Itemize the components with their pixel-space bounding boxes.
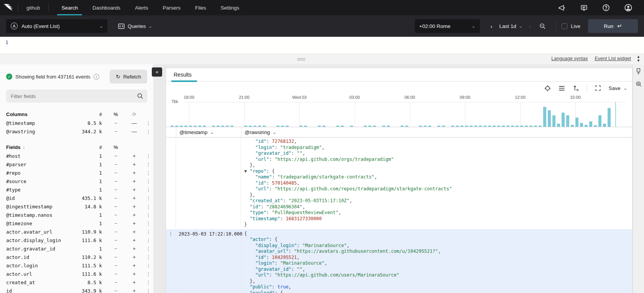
live-checkbox[interactable] — [562, 23, 567, 29]
histogram-bar[interactable] — [428, 126, 431, 127]
add-field-button[interactable]: + — [125, 246, 143, 252]
histogram-bar[interactable] — [493, 126, 496, 127]
crowdstrike-falcon-logo[interactable] — [0, 0, 18, 15]
field-menu-icon[interactable]: ⋮ — [143, 229, 153, 235]
save-button[interactable]: Save ⌄ — [609, 85, 627, 91]
filter-fields-input[interactable] — [6, 90, 147, 103]
time-range-next-button[interactable]: › — [525, 23, 535, 29]
histogram-bar[interactable] — [230, 126, 233, 127]
event-row[interactable]: ⋮2023-05-03 17:22:10.000{ "actor": { "di… — [166, 229, 632, 293]
add-field-button[interactable]: + — [125, 271, 143, 277]
field-menu-icon[interactable]: ⋮ — [143, 187, 153, 193]
histogram-bar[interactable] — [511, 126, 514, 127]
nav-item-search[interactable]: Search — [54, 0, 85, 15]
field-row[interactable]: #source1–+⋮ — [0, 177, 153, 185]
add-field-button[interactable]: + — [125, 153, 143, 159]
field-row[interactable]: actor.avatar_url110.9 k–+⋮ — [0, 228, 153, 236]
histogram-bar[interactable] — [276, 126, 279, 127]
histogram-bar[interactable] — [552, 115, 555, 127]
field-menu-icon[interactable]: ⋮ — [143, 120, 153, 126]
field-row[interactable]: @timestamp.nanos1–+⋮ — [0, 211, 153, 219]
collapse-editor-icon[interactable] — [636, 56, 641, 62]
histogram-bar[interactable] — [598, 115, 601, 127]
field-row[interactable]: id343.9 k–+⋮ — [0, 286, 153, 293]
field-menu-icon[interactable]: ⋮ — [143, 288, 153, 293]
histogram-bar[interactable] — [189, 126, 192, 127]
field-menu-icon[interactable]: ⋮ — [143, 254, 153, 260]
histogram-bar[interactable] — [534, 126, 537, 127]
field-row[interactable]: #host1–+⋮ — [0, 152, 153, 160]
info-icon[interactable]: i — [94, 74, 99, 80]
user-avatar[interactable] — [622, 1, 635, 14]
histogram-bar[interactable] — [304, 126, 307, 127]
histogram-bar[interactable] — [603, 124, 606, 127]
field-row[interactable]: actor.id110.2 k–+⋮ — [0, 253, 153, 261]
queries-button[interactable]: Queries ⌄ — [118, 23, 152, 29]
histogram-bar[interactable] — [281, 126, 284, 127]
histogram-bar[interactable] — [198, 126, 201, 127]
editor-resize-handle[interactable] — [297, 57, 306, 61]
language-syntax-link[interactable]: Language syntax — [551, 56, 588, 61]
remove-column-button[interactable]: — — [125, 128, 143, 134]
field-menu-icon[interactable]: ⋮ — [143, 170, 153, 176]
histogram-bar[interactable] — [520, 126, 523, 127]
histogram-bar[interactable] — [539, 126, 542, 127]
histogram-bar[interactable] — [474, 126, 477, 127]
tab-results[interactable]: Results — [166, 68, 199, 82]
histogram-bar[interactable] — [387, 126, 390, 127]
field-row[interactable]: #type1–+⋮ — [0, 185, 153, 194]
event-row[interactable]: "id": 72768132, "login": "tradeparadigm"… — [166, 137, 632, 229]
histogram-bar[interactable] — [557, 124, 560, 127]
histogram-bar[interactable] — [364, 126, 367, 127]
add-field-button[interactable]: + — [125, 288, 143, 293]
field-menu-icon[interactable]: ⋮ — [143, 237, 153, 243]
histogram-bar[interactable] — [502, 126, 505, 127]
histogram-bar[interactable] — [212, 126, 215, 127]
time-range-dropdown[interactable]: Last 1d ⌄ — [496, 23, 526, 29]
histogram-bar[interactable] — [322, 126, 325, 127]
histogram-bar[interactable] — [548, 110, 551, 127]
view-mode-dropdown[interactable]: A Auto (Event List) ⌄ — [6, 19, 107, 33]
add-field-button[interactable]: + — [125, 220, 143, 226]
histogram-bar[interactable] — [470, 126, 473, 127]
event-histogram[interactable]: 76k 18:0021:00Wed 0303:0006:0009:0012:00… — [166, 95, 632, 127]
sort-descending-icon[interactable]: ↓ — [23, 145, 25, 149]
field-row[interactable]: actor.url111.6 k–+⋮ — [0, 270, 153, 278]
add-field-button[interactable]: + — [125, 170, 143, 176]
field-row[interactable]: created_at8.5 k–+⋮ — [0, 278, 153, 286]
field-row[interactable]: @timezone1–+⋮ — [0, 219, 153, 228]
histogram-bar[interactable] — [488, 126, 491, 127]
histogram-bar[interactable] — [483, 126, 486, 127]
histogram-bar[interactable] — [368, 126, 371, 127]
add-field-button[interactable]: + — [125, 195, 143, 201]
histogram-bar[interactable] — [525, 126, 528, 127]
crosshair-icon[interactable] — [544, 85, 551, 92]
nav-item-files[interactable]: Files — [188, 0, 214, 15]
column-header-timestamp[interactable]: @timestamp ⌄ — [176, 127, 241, 137]
histogram-bar[interactable] — [529, 126, 532, 127]
histogram-bar[interactable] — [249, 126, 252, 127]
nav-item-alerts[interactable]: Alerts — [128, 0, 156, 15]
histogram-bar[interactable] — [299, 126, 302, 127]
histogram-bar[interactable] — [465, 126, 468, 127]
histogram-bar[interactable] — [424, 126, 427, 127]
histogram-bar[interactable] — [171, 126, 174, 127]
field-menu-icon[interactable]: ⋮ — [143, 129, 153, 134]
histogram-bar[interactable] — [566, 115, 569, 127]
histogram-bar[interactable] — [373, 126, 376, 127]
field-menu-icon[interactable]: ⋮ — [143, 280, 153, 285]
histogram-bar[interactable] — [497, 126, 500, 127]
histogram-bar[interactable] — [479, 126, 482, 127]
field-row[interactable]: @ingesttimestamp14.8 k–+⋮ — [0, 202, 153, 211]
fullscreen-icon[interactable] — [595, 85, 601, 91]
field-interactions-icon[interactable] — [636, 68, 641, 75]
histogram-bar[interactable] — [184, 126, 187, 127]
field-menu-icon[interactable]: ⋮ — [143, 195, 153, 201]
histogram-bar[interactable] — [253, 126, 256, 127]
row-density-icon[interactable] — [559, 85, 565, 91]
histogram-bar[interactable] — [585, 125, 588, 127]
columns-sync-icon[interactable]: ⟳ — [125, 111, 143, 117]
histogram-bar[interactable] — [226, 126, 229, 127]
add-field-button[interactable]: + — [125, 187, 143, 193]
histogram-bar[interactable] — [350, 126, 353, 127]
